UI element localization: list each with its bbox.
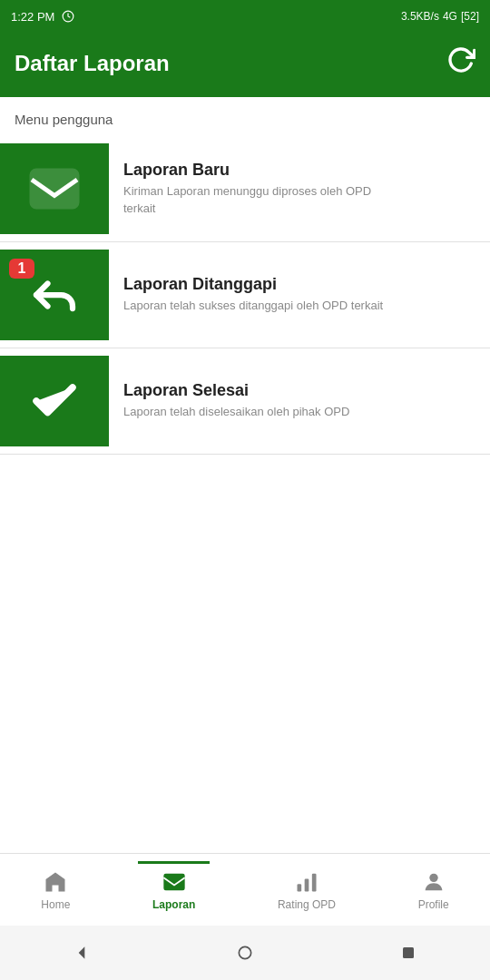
laporan-selesai-icon-box (0, 356, 109, 446)
svg-rect-1 (32, 171, 77, 207)
svg-rect-3 (297, 884, 301, 891)
page-title: Daftar Laporan (15, 51, 170, 76)
main-content: Menu pengguna Laporan Baru Kiriman Lapor… (0, 97, 490, 455)
svg-rect-9 (403, 947, 414, 958)
recents-button[interactable] (396, 940, 421, 965)
signal-type: 4G (443, 10, 457, 23)
laporan-baru-icon-box (0, 143, 109, 234)
battery-level: [52] (461, 10, 479, 23)
laporan-ditanggapi-title: Laporan Ditanggapi (123, 275, 383, 294)
svg-rect-2 (163, 873, 184, 890)
status-bar: 1:22 PM 3.5KB/s 4G [52] (0, 0, 490, 33)
system-nav (0, 926, 490, 980)
menu-item-laporan-selesai[interactable]: Laporan Selesai Laporan telah diselesaik… (0, 348, 490, 455)
laporan-baru-desc: Kiriman Laporan menunggu diproses oleh O… (123, 183, 396, 216)
laporan-selesai-title: Laporan Selesai (123, 381, 349, 400)
svg-marker-7 (79, 946, 85, 958)
nav-item-home[interactable]: Home (26, 862, 84, 918)
status-bar-right: 3.5KB/s 4G [52] (401, 10, 479, 23)
laporan-ditanggapi-text: Laporan Ditanggapi Laporan telah sukses … (123, 275, 383, 314)
nav-label-rating-opd: Rating OPD (278, 898, 336, 911)
laporan-ditanggapi-icon-box: 1 (0, 250, 109, 340)
status-bar-left: 1:22 PM (11, 10, 74, 24)
back-button[interactable] (69, 940, 94, 965)
laporan-baru-text: Laporan Baru Kiriman Laporan menunggu di… (123, 161, 396, 216)
svg-point-6 (429, 873, 437, 881)
nav-item-profile[interactable]: Profile (404, 862, 464, 918)
laporan-selesai-desc: Laporan telah diselesaikan oleh pihak OP… (123, 404, 349, 420)
svg-rect-5 (312, 873, 317, 891)
laporan-ditanggapi-desc: Laporan telah sukses ditanggapi oleh OPD… (123, 298, 383, 314)
refresh-button[interactable] (446, 45, 475, 81)
header: Daftar Laporan (0, 33, 490, 97)
network-speed: 3.5KB/s (401, 10, 439, 23)
nav-label-profile: Profile (418, 898, 449, 911)
menu-item-laporan-ditanggapi[interactable]: 1 Laporan Ditanggapi Laporan telah sukse… (0, 242, 490, 348)
nav-item-laporan[interactable]: Laporan (138, 862, 210, 918)
nav-label-laporan: Laporan (152, 898, 195, 911)
nav-item-rating-opd[interactable]: Rating OPD (263, 862, 350, 918)
status-time: 1:22 PM (11, 10, 54, 24)
nav-label-home: Home (41, 898, 70, 911)
section-label: Menu pengguna (0, 112, 490, 127)
laporan-baru-title: Laporan Baru (123, 161, 396, 180)
bottom-nav: Home Laporan Rating OPD Profile (0, 853, 490, 926)
svg-rect-4 (305, 878, 309, 891)
menu-item-laporan-baru[interactable]: Laporan Baru Kiriman Laporan menunggu di… (0, 136, 490, 242)
home-button[interactable] (232, 940, 258, 965)
svg-point-8 (239, 946, 250, 958)
notification-badge: 1 (9, 259, 34, 279)
laporan-selesai-text: Laporan Selesai Laporan telah diselesaik… (123, 381, 349, 420)
